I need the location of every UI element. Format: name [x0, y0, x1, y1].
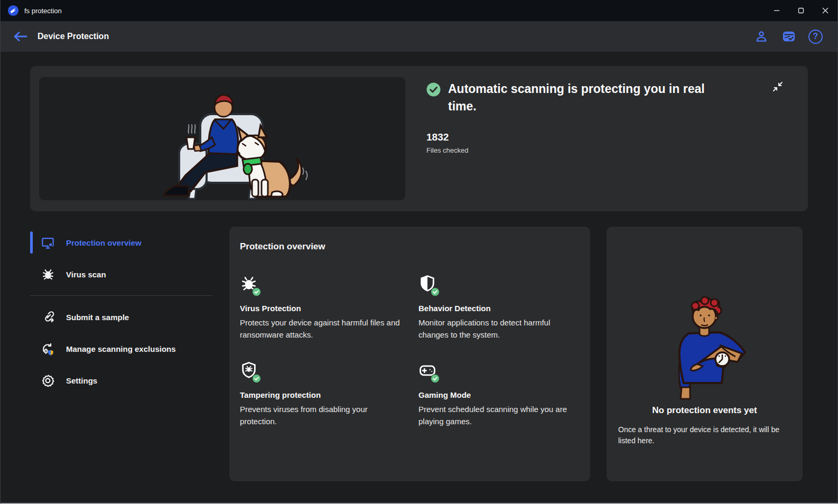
sidebar-divider: [30, 295, 212, 296]
status-ok-check-icon: [426, 82, 441, 97]
title-bar: fs protection: [1, 0, 837, 21]
account-icon[interactable]: [753, 29, 769, 44]
bug-icon: [41, 267, 55, 282]
scan-exclusions-shield-icon: [41, 342, 55, 356]
active-indicator: [30, 306, 33, 328]
feature-gaming-mode: Gaming Mode Prevent scheduled scanning w…: [418, 361, 580, 427]
active-indicator: [30, 338, 33, 360]
back-button[interactable]: [11, 27, 29, 45]
maximize-button[interactable]: [789, 0, 813, 21]
events-card-description: Once a threat to your device is detected…: [618, 424, 791, 446]
main-content: Automatic scanning is protecting you in …: [1, 52, 837, 503]
sidebar-item-label: Settings: [66, 376, 97, 385]
active-indicator: [30, 263, 33, 285]
help-icon[interactable]: ?: [808, 30, 823, 44]
window-title: fs protection: [24, 7, 62, 15]
feature-tampering-protection: Tampering protection Prevents viruses fr…: [240, 361, 418, 427]
monitor-icon: [41, 236, 55, 250]
subscription-icon[interactable]: [781, 29, 797, 44]
feature-description: Prevents viruses from disabling your pro…: [240, 404, 404, 427]
feature-grid: Virus Protection Protects your device ag…: [240, 274, 580, 427]
page-title: Device Protection: [38, 32, 109, 41]
minimize-button[interactable]: [765, 0, 789, 21]
sidebar-item-label: Manage scanning exclusions: [66, 344, 176, 353]
status-heading: Automatic scanning is protecting you in …: [448, 80, 733, 116]
app-window: fs protection Device Protection: [0, 0, 838, 504]
sidebar-item-submit-a-sample[interactable]: Submit a sample: [30, 301, 212, 333]
relaxing-man-with-dog-illustration: [39, 77, 405, 200]
sidebar: Protection overview Virus scan: [30, 227, 212, 396]
files-checked-label: Files checked: [426, 146, 733, 154]
help-glyph: ?: [813, 32, 818, 41]
files-checked-count: 1832: [426, 132, 733, 143]
protection-events-card: No protection events yet Once a threat t…: [607, 227, 803, 481]
collapse-icon[interactable]: [771, 80, 785, 94]
enabled-check-badge: [252, 374, 261, 383]
gaming-mode-gamepad-icon: [418, 361, 437, 382]
status-summary: Automatic scanning is protecting you in …: [405, 66, 733, 211]
overview-card-title: Protection overview: [240, 241, 580, 252]
protection-overview-card: Protection overview: [229, 227, 590, 481]
close-button[interactable]: [813, 0, 837, 21]
sidebar-item-virus-scan[interactable]: Virus scan: [30, 258, 212, 290]
tampering-protection-shield-bug-icon: [240, 361, 259, 382]
window-controls: [765, 0, 837, 21]
enabled-check-badge: [431, 374, 440, 383]
sidebar-item-label: Submit a sample: [66, 313, 129, 322]
feature-description: Monitor applications to detect harmful c…: [418, 317, 580, 341]
header-actions: ?: [753, 29, 823, 44]
feature-behavior-detection: Behavior Detection Monitor applications …: [418, 274, 580, 341]
link-arrow-icon: [41, 310, 55, 324]
sidebar-item-settings[interactable]: Settings: [30, 365, 212, 396]
active-indicator: [30, 231, 33, 254]
enabled-check-badge: [431, 287, 440, 296]
sidebar-item-label: Protection overview: [66, 238, 142, 247]
sidebar-item-label: Virus scan: [66, 270, 106, 279]
page-header: Device Protection ?: [1, 21, 837, 52]
feature-name: Behavior Detection: [418, 304, 580, 313]
feature-virus-protection: Virus Protection Protects your device ag…: [240, 274, 418, 341]
man-checking-watch-illustration: [618, 294, 791, 400]
fs-protection-logo-icon: [7, 5, 19, 16]
status-card: Automatic scanning is protecting you in …: [30, 66, 808, 211]
sidebar-item-manage-scanning-exclusions[interactable]: Manage scanning exclusions: [30, 333, 212, 365]
behavior-detection-shield-icon: [418, 274, 437, 295]
feature-description: Prevent scheduled scanning while you are…: [418, 404, 580, 427]
feature-description: Protects your device against harmful fil…: [240, 317, 404, 341]
feature-name: Tampering protection: [240, 390, 418, 399]
gear-icon: [41, 374, 55, 388]
lower-section: Protection overview Virus scan: [30, 227, 808, 481]
feature-name: Virus Protection: [240, 304, 418, 313]
virus-protection-bug-icon: [240, 274, 259, 295]
feature-name: Gaming Mode: [418, 390, 580, 399]
active-indicator: [30, 369, 33, 391]
sidebar-item-protection-overview[interactable]: Protection overview: [30, 227, 212, 258]
events-card-title: No protection events yet: [618, 405, 791, 416]
enabled-check-badge: [252, 287, 261, 296]
